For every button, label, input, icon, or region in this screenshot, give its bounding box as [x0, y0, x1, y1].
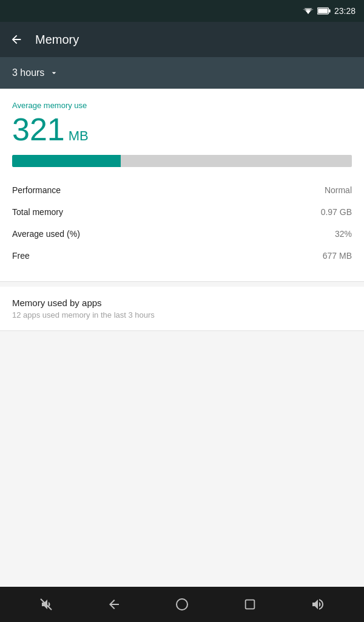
- divider-1: [0, 281, 364, 282]
- memory-progress-bar: [12, 155, 352, 167]
- divider-2: [0, 330, 364, 331]
- wifi-icon: [303, 7, 314, 15]
- volume-down-button[interactable]: [32, 590, 61, 619]
- toolbar: Memory: [0, 22, 364, 57]
- stat-value-performance: Normal: [325, 185, 352, 195]
- toolbar-title: Memory: [35, 33, 79, 47]
- avg-memory-label: Average memory use: [12, 101, 352, 110]
- dropdown-arrow-icon: [49, 68, 59, 78]
- svg-rect-4: [329, 9, 331, 12]
- memory-value-row: 321 MB: [12, 114, 352, 145]
- apps-section-subtitle: 12 apps used memory in the last 3 hours: [12, 310, 352, 320]
- nav-back-button[interactable]: [99, 590, 129, 619]
- nav-recents-button[interactable]: [235, 590, 265, 619]
- filter-bar: 3 hours: [0, 57, 364, 89]
- progress-bar-fill: [12, 155, 121, 167]
- battery-icon: [317, 7, 331, 15]
- volume-up-button[interactable]: [303, 590, 332, 619]
- status-bar: 23:28: [0, 0, 364, 22]
- main-content: Average memory use 321 MB Performance No…: [0, 89, 364, 587]
- stat-row-total: Total memory 0.97 GB: [12, 201, 352, 223]
- svg-rect-5: [318, 9, 328, 13]
- filter-label: 3 hours: [12, 67, 44, 78]
- stat-row-free: Free 677 MB: [12, 245, 352, 267]
- stats-section: Performance Normal Total memory 0.97 GB …: [12, 179, 352, 267]
- stat-label-free: Free: [12, 251, 30, 261]
- status-time: 23:28: [334, 6, 356, 16]
- stat-value-avg-used: 32%: [335, 229, 352, 239]
- memory-unit: MB: [69, 128, 89, 144]
- status-icons: 23:28: [303, 6, 356, 16]
- stat-row-avg-used: Average used (%) 32%: [12, 223, 352, 245]
- stat-row-performance: Performance Normal: [12, 179, 352, 201]
- svg-rect-8: [246, 600, 255, 609]
- nav-bar: [0, 587, 364, 622]
- apps-section[interactable]: Memory used by apps 12 apps used memory …: [0, 287, 364, 330]
- stat-value-free: 677 MB: [323, 251, 352, 261]
- svg-marker-2: [303, 9, 314, 13]
- stat-label-performance: Performance: [12, 185, 61, 195]
- memory-section: Average memory use 321 MB Performance No…: [0, 89, 364, 281]
- memory-number: 321: [12, 114, 65, 145]
- nav-home-button[interactable]: [167, 590, 197, 619]
- stat-label-total: Total memory: [12, 207, 63, 217]
- time-filter-selector[interactable]: 3 hours: [12, 67, 59, 78]
- stat-label-avg-used: Average used (%): [12, 229, 80, 239]
- svg-point-7: [177, 599, 187, 610]
- stat-value-total: 0.97 GB: [321, 207, 352, 217]
- apps-section-title: Memory used by apps: [12, 298, 352, 308]
- back-button[interactable]: [10, 33, 23, 46]
